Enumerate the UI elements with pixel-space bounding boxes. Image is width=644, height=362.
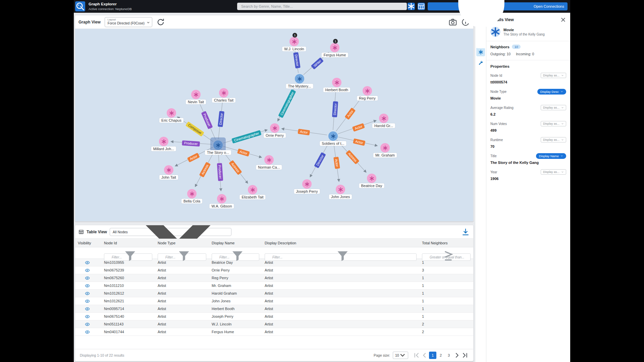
- graph-shortcut-button[interactable]: [408, 3, 415, 10]
- results-count: Displaying 1-10 of 22 results: [80, 353, 124, 357]
- graph-canvas[interactable]: DirectorWriterCinematographerCinematogra…: [75, 29, 473, 221]
- graph-explorer-app: Graph Explorer Active connection: Neptun…: [74, 0, 570, 362]
- display-mode-pill[interactable]: Display Desc: [537, 89, 566, 95]
- first-page-button[interactable]: [413, 352, 420, 359]
- cell-node-type: Artist: [155, 276, 209, 280]
- graph-node-artist[interactable]: [219, 88, 228, 98]
- graph-node-artist[interactable]: [187, 189, 197, 198]
- topbar: Graph Explorer Active connection: Neptun…: [74, 0, 570, 13]
- page-button-1[interactable]: 1: [429, 352, 436, 359]
- display-as-select[interactable]: Display as...: [541, 73, 566, 78]
- graph-node-artist[interactable]: [264, 155, 274, 165]
- app-logo[interactable]: [75, 1, 85, 11]
- visibility-toggle[interactable]: [84, 298, 91, 304]
- graph-node-artist[interactable]: [289, 37, 299, 46]
- display-as-select[interactable]: Display as...: [541, 105, 566, 110]
- page-size-select[interactable]: 10: [393, 352, 408, 359]
- rerun-layout-button[interactable]: [156, 18, 165, 26]
- cell-node-type: Artist: [155, 299, 209, 303]
- last-page-button[interactable]: [461, 352, 469, 359]
- property-row: Node IdDisplay as...tt0000574: [490, 72, 566, 84]
- display-as-select[interactable]: Display as...: [541, 121, 566, 126]
- table-row: Nm0511143ArtistW.J. LincolnArtist2: [75, 320, 473, 328]
- graph-node-artist[interactable]: [270, 123, 279, 133]
- graph-node-movie[interactable]: [328, 131, 338, 141]
- first-page-icon: [413, 352, 420, 359]
- graph-node-artist[interactable]: [367, 174, 376, 183]
- graph-node-artist[interactable]: [332, 78, 341, 87]
- graph-view-title: Graph View: [78, 20, 101, 24]
- visibility-toggle[interactable]: [84, 321, 91, 327]
- refresh-icon: [156, 18, 165, 26]
- page-button-3[interactable]: 3: [445, 352, 452, 359]
- graph-node-artist[interactable]: [191, 90, 201, 99]
- graph-node-artist[interactable]: [217, 194, 226, 203]
- cell-node-id: Nm0675140: [101, 314, 155, 318]
- visibility-toggle[interactable]: [84, 290, 91, 296]
- search-input[interactable]: [237, 3, 407, 10]
- table-shortcut-button[interactable]: [418, 3, 425, 10]
- cell-display-description: Artist: [262, 276, 419, 280]
- visibility-toggle[interactable]: [84, 275, 91, 281]
- graph-node-artist[interactable]: [167, 108, 176, 118]
- graph-node-artist[interactable]: [380, 143, 390, 153]
- graph-node-artist[interactable]: [164, 165, 173, 175]
- cell-total-neighbors: 1: [419, 284, 473, 288]
- cell-display-name: Mr. Graham: [209, 284, 262, 288]
- download-csv-button[interactable]: [461, 228, 470, 236]
- settings-button[interactable]: [476, 58, 485, 67]
- cell-node-type: Artist: [155, 284, 209, 288]
- property-value: 6.2: [490, 112, 566, 116]
- property-value: 1906: [490, 177, 566, 181]
- visibility-toggle[interactable]: [84, 259, 91, 265]
- details-panel: Details View Movie The Story of the Kell…: [486, 13, 570, 362]
- graph-node-artist[interactable]: [336, 185, 345, 194]
- column-header-node-id: Node Id: [101, 241, 155, 245]
- graph-node-artist[interactable]: [248, 185, 257, 194]
- cell-display-name: Harold Graham: [209, 291, 262, 295]
- next-page-button[interactable]: [453, 352, 461, 359]
- graph-node-artist[interactable]: [363, 86, 372, 96]
- pagination-controls: Page size: 10 123: [374, 352, 469, 359]
- graph-node-artist[interactable]: [159, 137, 168, 146]
- cell-node-type: Artist: [155, 322, 209, 326]
- page-button-2[interactable]: 2: [437, 352, 444, 359]
- visibility-toggle[interactable]: [84, 306, 91, 312]
- display-as-select[interactable]: Display as...: [541, 169, 566, 175]
- graph-node-movie[interactable]: [213, 140, 223, 150]
- graph-view-panel: Graph View Layout Force Directed (F0Cose…: [75, 15, 474, 222]
- table-scope-value: All Nodes: [113, 230, 128, 234]
- cell-display-description: Artist: [262, 291, 419, 295]
- open-connections-button[interactable]: Open Connections: [428, 2, 568, 10]
- close-details-button[interactable]: [560, 17, 566, 23]
- table-row: Nm0401744ArtistFergus HumeArtist2: [75, 328, 473, 336]
- graph-node-artist[interactable]: [379, 114, 388, 123]
- layout-select[interactable]: Layout Force Directed (F0Cose): [105, 17, 152, 27]
- cell-total-neighbors: 3: [419, 268, 473, 272]
- cell-node-id: Nm1012621: [101, 299, 155, 303]
- open-connections-label: Open Connections: [534, 4, 564, 8]
- table-row: Nm1012621ArtistJohn JonesArtist1: [75, 297, 473, 305]
- visibility-toggle[interactable]: [84, 267, 91, 273]
- cell-node-id: Nm1012612: [101, 291, 155, 295]
- graph-node-movie[interactable]: [295, 74, 304, 83]
- display-mode-pill[interactable]: Display Name: [536, 153, 566, 159]
- visibility-toggle[interactable]: [84, 283, 91, 289]
- property-label: Node Id: [490, 74, 502, 77]
- next-page-icon: [453, 352, 461, 359]
- display-as-select[interactable]: Display as...: [541, 137, 566, 142]
- property-value: tt0000574: [490, 80, 566, 84]
- table-filter-row: [75, 247, 473, 259]
- table-scope-select[interactable]: All Nodes: [110, 228, 231, 236]
- cell-display-name: John Jones: [209, 299, 262, 303]
- topbar-actions: Open Connections: [408, 2, 568, 10]
- visibility-toggle[interactable]: [84, 313, 91, 319]
- graph-node-artist[interactable]: [330, 43, 339, 52]
- previous-page-button[interactable]: [421, 352, 428, 359]
- visibility-toggle[interactable]: [84, 329, 91, 335]
- cell-node-type: Artist: [155, 314, 209, 318]
- table-footer: Displaying 1-10 of 22 results Page size:…: [75, 349, 473, 361]
- cell-total-neighbors: 1: [419, 276, 473, 280]
- table-view-panel: Table View All Nodes Visibility Node Id …: [75, 225, 474, 361]
- graph-node-artist[interactable]: [302, 179, 312, 189]
